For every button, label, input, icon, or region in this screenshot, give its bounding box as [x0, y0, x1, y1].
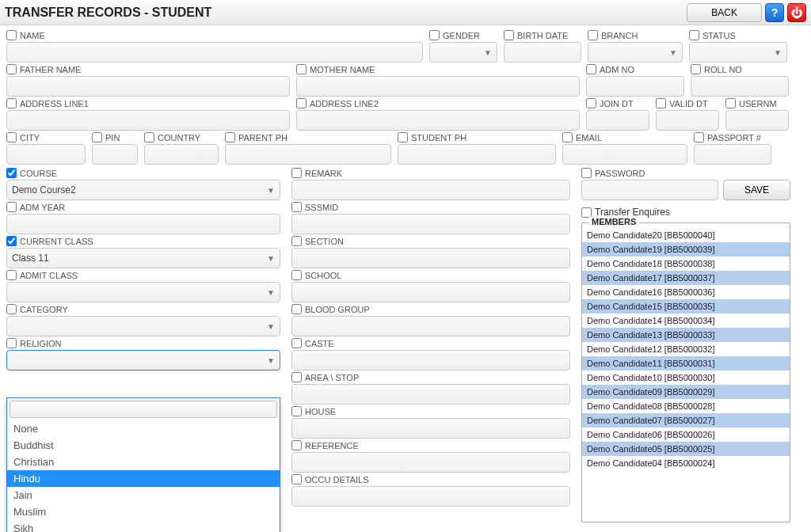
school-checkbox[interactable]: [291, 270, 302, 280]
passport-checkbox[interactable]: [694, 132, 704, 142]
address2-input[interactable]: [296, 110, 580, 131]
join-dt-input[interactable]: [586, 110, 649, 131]
birth-date-input[interactable]: [504, 42, 581, 63]
member-item[interactable]: Demo Candidate04 [BB5000024]: [582, 456, 790, 470]
member-item[interactable]: Demo Candidate10 [BB5000030]: [582, 370, 790, 385]
address1-checkbox[interactable]: [6, 98, 17, 108]
member-item[interactable]: Demo Candidate19 [BB5000039]: [582, 242, 790, 256]
course-select[interactable]: Demo Course2▼: [6, 180, 280, 200]
member-item[interactable]: Demo Candidate11 [BB5000031]: [582, 356, 790, 370]
remark-input[interactable]: [291, 180, 570, 200]
pin-checkbox[interactable]: [92, 132, 102, 142]
password-input[interactable]: [581, 180, 718, 200]
current-class-select[interactable]: Class 11▼: [6, 248, 280, 268]
member-item[interactable]: Demo Candidate17 [BB5000037]: [582, 271, 790, 285]
category-select[interactable]: ▼: [6, 316, 280, 336]
admit-class-checkbox[interactable]: [6, 270, 17, 280]
pin-input[interactable]: [92, 144, 138, 165]
member-item[interactable]: Demo Candidate14 [BB5000034]: [582, 314, 790, 328]
valid-dt-input[interactable]: [656, 110, 719, 131]
email-checkbox[interactable]: [562, 132, 573, 142]
name-input[interactable]: [6, 42, 423, 63]
religion-filter-input[interactable]: [10, 401, 277, 418]
members-list[interactable]: Demo Candidate20 [BB5000040]Demo Candida…: [582, 228, 790, 472]
help-icon[interactable]: ?: [765, 3, 784, 22]
gender-checkbox[interactable]: [429, 30, 440, 40]
power-icon[interactable]: ⏻: [787, 3, 806, 22]
section-checkbox[interactable]: [291, 236, 302, 246]
reference-input[interactable]: [291, 452, 570, 473]
city-input[interactable]: [6, 144, 86, 165]
house-input[interactable]: [291, 418, 570, 439]
blood-group-checkbox[interactable]: [291, 304, 302, 314]
school-input[interactable]: [291, 282, 570, 302]
mother-name-checkbox[interactable]: [296, 64, 307, 74]
religion-option[interactable]: Jain: [7, 487, 280, 504]
current-class-checkbox[interactable]: [6, 236, 17, 246]
member-item[interactable]: Demo Candidate08 [BB5000028]: [582, 399, 790, 413]
member-item[interactable]: Demo Candidate18 [BB5000038]: [582, 256, 790, 271]
city-checkbox[interactable]: [6, 132, 17, 142]
remark-checkbox[interactable]: [291, 168, 302, 178]
member-item[interactable]: Demo Candidate05 [BB5000025]: [582, 442, 790, 456]
member-item[interactable]: Demo Candidate20 [BB5000040]: [582, 228, 790, 242]
address2-checkbox[interactable]: [296, 98, 307, 108]
adm-year-checkbox[interactable]: [6, 202, 17, 212]
mother-name-input[interactable]: [296, 76, 580, 97]
religion-option[interactable]: Hindu: [7, 470, 280, 487]
join-dt-checkbox[interactable]: [586, 98, 596, 108]
member-item[interactable]: Demo Candidate07 [BB5000027]: [582, 413, 790, 428]
usernm-input[interactable]: [725, 110, 789, 131]
house-checkbox[interactable]: [291, 406, 302, 416]
member-item[interactable]: Demo Candidate15 [BB5000035]: [582, 299, 790, 314]
name-checkbox[interactable]: [6, 30, 17, 40]
email-input[interactable]: [562, 144, 687, 165]
member-item[interactable]: Demo Candidate09 [BB5000029]: [582, 385, 790, 399]
status-checkbox[interactable]: [689, 30, 699, 40]
religion-option[interactable]: None: [7, 420, 280, 437]
usernm-checkbox[interactable]: [725, 98, 736, 108]
back-button[interactable]: BACK: [687, 3, 762, 22]
sssmid-input[interactable]: [291, 214, 570, 234]
branch-checkbox[interactable]: [588, 30, 598, 40]
religion-dropdown-panel[interactable]: NoneBuddhistChristianHinduJainMuslimSikh: [6, 397, 280, 532]
password-checkbox[interactable]: [581, 168, 592, 178]
caste-input[interactable]: [291, 350, 570, 370]
adm-year-input[interactable]: [6, 214, 280, 234]
student-ph-input[interactable]: [398, 144, 556, 165]
religion-option[interactable]: Buddhist: [7, 437, 280, 454]
member-item[interactable]: Demo Candidate06 [BB5000026]: [582, 428, 790, 442]
adm-no-input[interactable]: [586, 76, 684, 97]
member-item[interactable]: Demo Candidate16 [BB5000036]: [582, 285, 790, 299]
section-input[interactable]: [291, 248, 570, 268]
blood-group-input[interactable]: [291, 316, 570, 336]
caste-checkbox[interactable]: [291, 338, 302, 348]
student-ph-checkbox[interactable]: [398, 132, 408, 142]
area-stop-checkbox[interactable]: [291, 372, 302, 382]
religion-select[interactable]: ▼: [6, 350, 280, 370]
roll-no-checkbox[interactable]: [691, 64, 701, 74]
category-checkbox[interactable]: [6, 304, 17, 314]
sssmid-checkbox[interactable]: [291, 202, 302, 212]
father-name-checkbox[interactable]: [6, 64, 17, 74]
religion-option[interactable]: Muslim: [7, 504, 280, 520]
reference-checkbox[interactable]: [291, 440, 302, 450]
passport-input[interactable]: [694, 144, 771, 165]
status-select[interactable]: ▼: [689, 42, 787, 63]
member-item[interactable]: Demo Candidate12 [BB5000032]: [582, 342, 790, 356]
father-name-input[interactable]: [6, 76, 290, 97]
admit-class-select[interactable]: ▼: [6, 282, 280, 302]
address1-input[interactable]: [6, 110, 290, 131]
occu-details-input[interactable]: [291, 486, 570, 507]
area-stop-input[interactable]: [291, 384, 570, 405]
country-checkbox[interactable]: [144, 132, 154, 142]
member-item[interactable]: Demo Candidate13 [BB5000033]: [582, 328, 790, 342]
occu-details-checkbox[interactable]: [291, 474, 302, 484]
course-checkbox[interactable]: [6, 168, 17, 178]
parent-ph-input[interactable]: [225, 144, 391, 165]
parent-ph-checkbox[interactable]: [225, 132, 235, 142]
religion-option[interactable]: Christian: [7, 454, 280, 470]
adm-no-checkbox[interactable]: [586, 64, 596, 74]
birth-date-checkbox[interactable]: [504, 30, 514, 40]
transfer-enquires-checkbox[interactable]: [581, 207, 592, 218]
